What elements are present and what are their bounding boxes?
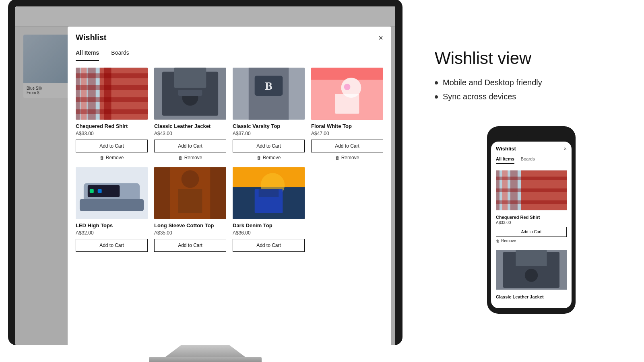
- phone-remove-button-1[interactable]: 🗑 Remove: [496, 239, 516, 243]
- add-to-cart-button-4[interactable]: Add to Cart: [311, 140, 383, 152]
- product-price-5: A$32.00: [76, 230, 148, 236]
- product-card-5: LED High Tops A$32.00 Add to Cart: [76, 167, 148, 254]
- product-image-2: [154, 68, 226, 120]
- phone-tab-boards[interactable]: Boards: [521, 155, 535, 164]
- phone-product-image-1: [496, 168, 567, 212]
- remove-button-3[interactable]: 🗑 Remove: [233, 155, 305, 160]
- phone-screen: Wishlist × All Items Boards: [491, 142, 572, 308]
- svg-rect-38: [259, 189, 279, 197]
- phone-remove-label-1: Remove: [501, 239, 516, 243]
- phone-product-card-2: Classic Leather Jacket: [496, 248, 567, 299]
- svg-rect-29: [98, 189, 102, 193]
- product-card-1: Chequered Red Shirt A$33.00 Add to Cart …: [76, 68, 148, 160]
- feature-list: Mobile and Desktop friendly Sync across …: [435, 78, 628, 106]
- product-image-6: [154, 167, 226, 219]
- product-card-4: Floral White Top A$47.00 Add to Cart 🗑 R…: [311, 68, 383, 160]
- product-name-5: LED High Tops: [76, 222, 148, 228]
- wishlist-modal: Wishlist × All Items Boards: [68, 27, 391, 345]
- product-card-3: B Classic Varsity Top A$37.00 Add to Car…: [233, 68, 305, 160]
- phone-trash-icon-1: 🗑: [496, 239, 500, 243]
- trash-icon-3: 🗑: [257, 155, 261, 160]
- svg-point-22: [344, 84, 351, 90]
- add-to-cart-button-5[interactable]: Add to Cart: [76, 239, 148, 252]
- phone-modal-title: Wishlist: [496, 146, 516, 152]
- phone-products: Chequered Red Shirt A$33.00 Add to Cart …: [491, 164, 572, 308]
- desktop-section: Blue Silk From $ Dark De From $: [0, 0, 411, 362]
- remove-label-2: Remove: [184, 155, 202, 160]
- svg-rect-14: [178, 90, 202, 96]
- phone-product-name-2: Classic Leather Jacket: [496, 294, 567, 299]
- phone-tab-all-items[interactable]: All Items: [496, 155, 514, 164]
- svg-rect-12: [174, 68, 206, 88]
- modal-title: Wishlist: [76, 33, 107, 42]
- remove-label-4: Remove: [341, 155, 359, 160]
- product-image-7: [233, 167, 305, 219]
- feature-title: Wishlist view: [435, 48, 628, 68]
- info-section: Wishlist view Mobile and Desktop friendl…: [411, 32, 644, 330]
- feature-text-1: Mobile and Desktop friendly: [443, 78, 542, 87]
- product-price-1: A$33.00: [76, 131, 148, 136]
- product-price-4: A$47.00: [311, 131, 383, 136]
- svg-rect-33: [178, 189, 202, 213]
- svg-rect-23: [335, 94, 359, 114]
- modal-header: Wishlist ×: [68, 27, 391, 42]
- close-button[interactable]: ×: [378, 34, 383, 42]
- monitor: Blue Silk From $ Dark De From $: [8, 0, 402, 345]
- svg-rect-28: [90, 189, 94, 193]
- phone-close-button[interactable]: ×: [564, 146, 567, 152]
- product-image-3: B: [233, 68, 305, 120]
- phone-product-name-1: Chequered Red Shirt: [496, 215, 567, 220]
- bullet-2: [435, 95, 438, 99]
- product-price-7: A$36.00: [233, 230, 305, 236]
- remove-button-4[interactable]: 🗑 Remove: [311, 155, 383, 160]
- tab-boards[interactable]: Boards: [111, 46, 129, 61]
- add-to-cart-button-3[interactable]: Add to Cart: [233, 140, 305, 152]
- remove-label-3: Remove: [263, 155, 281, 160]
- remove-label-1: Remove: [106, 155, 124, 160]
- feature-item-1: Mobile and Desktop friendly: [435, 78, 628, 87]
- product-card-7: Dark Denim Top A$36.00 Add to Cart: [233, 167, 305, 254]
- phone-outer: Wishlist × All Items Boards: [487, 126, 576, 314]
- product-name-6: Long Sleeve Cotton Top: [154, 222, 226, 228]
- product-price-6: A$35.00: [154, 230, 226, 236]
- phone-product-price-1: A$33.00: [496, 220, 567, 225]
- product-name-7: Dark Denim Top: [233, 222, 305, 228]
- svg-text:B: B: [265, 80, 272, 92]
- svg-point-50: [525, 269, 538, 282]
- svg-rect-49: [516, 250, 547, 266]
- svg-point-32: [182, 170, 199, 188]
- remove-button-1[interactable]: 🗑 Remove: [76, 155, 148, 160]
- modal-tabs: All Items Boards: [68, 42, 391, 61]
- mobile-preview: Wishlist × All Items Boards: [487, 126, 576, 314]
- tab-all-items[interactable]: All Items: [76, 46, 99, 61]
- product-image-5: [76, 167, 148, 219]
- product-grid: Chequered Red Shirt A$33.00 Add to Cart …: [76, 68, 383, 254]
- monitor-screen: Blue Silk From $ Dark De From $: [15, 6, 395, 345]
- trash-icon-1: 🗑: [100, 155, 104, 160]
- svg-rect-26: [80, 199, 144, 211]
- add-to-cart-button-1[interactable]: Add to Cart: [76, 140, 148, 152]
- phone-tabs: All Items Boards: [491, 153, 572, 164]
- monitor-base: [149, 357, 262, 362]
- phone-notch: [517, 132, 545, 139]
- trash-icon-2: 🗑: [178, 155, 183, 160]
- add-to-cart-button-6[interactable]: Add to Cart: [154, 239, 226, 252]
- remove-button-2[interactable]: 🗑 Remove: [154, 155, 226, 160]
- phone-add-to-cart-button-1[interactable]: Add to Cart: [496, 227, 567, 237]
- phone-modal-header: Wishlist ×: [491, 142, 572, 153]
- product-name-2: Classic Leather Jacket: [154, 123, 226, 129]
- product-image-4: [311, 68, 383, 120]
- add-to-cart-button-2[interactable]: Add to Cart: [154, 140, 226, 152]
- product-image-1: [76, 68, 148, 120]
- add-to-cart-button-7[interactable]: Add to Cart: [233, 239, 305, 252]
- product-name-4: Floral White Top: [311, 123, 383, 129]
- product-price-3: A$37.00: [233, 131, 305, 136]
- product-card-2: Classic Leather Jacket A$43.00 Add to Ca…: [154, 68, 226, 160]
- phone-product-image-2: [496, 248, 567, 292]
- phone-product-card-1: Chequered Red Shirt A$33.00 Add to Cart …: [496, 168, 567, 243]
- product-name-3: Classic Varsity Top: [233, 123, 305, 129]
- modal-body: Chequered Red Shirt A$33.00 Add to Cart …: [68, 61, 391, 345]
- feature-item-2: Sync across devices: [435, 92, 628, 101]
- product-card-6: Long Sleeve Cotton Top A$35.00 Add to Ca…: [154, 167, 226, 254]
- monitor-stand: [165, 345, 246, 357]
